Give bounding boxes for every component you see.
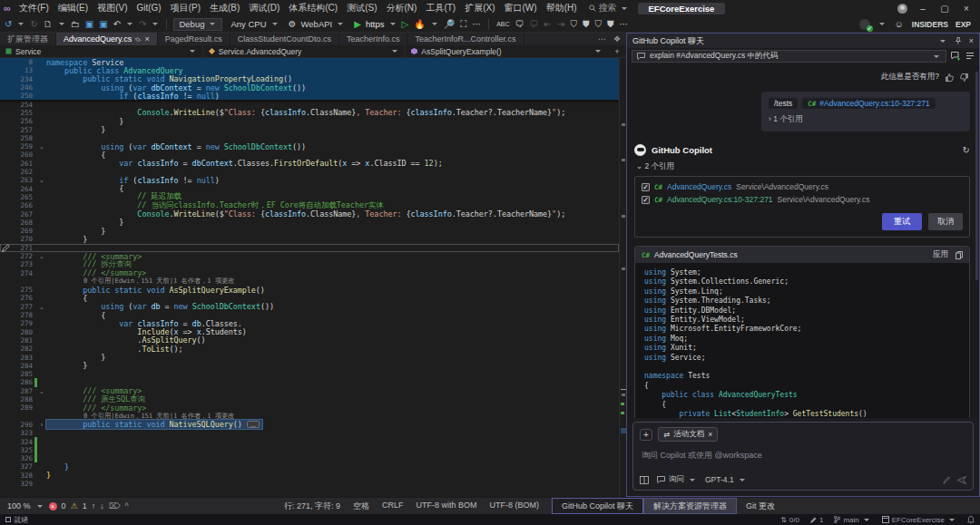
close-panel-icon[interactable]: × (969, 36, 974, 45)
minimize-button[interactable]: – (916, 4, 929, 14)
tab-overflow-icon[interactable]: ⋯ (598, 34, 606, 44)
code-editor[interactable]: 8namespace Service13 public class Advanc… (0, 58, 626, 497)
bookmark-clear-icon[interactable]: ⛊ (606, 19, 615, 30)
indent-increase-icon[interactable]: ⇥ (556, 19, 565, 29)
menu-item[interactable]: 分析(N) (382, 3, 422, 13)
status-segment[interactable]: UTF-8 with BOM (416, 501, 476, 512)
menu-item[interactable]: 窗口(W) (500, 3, 542, 13)
chevron-down-icon[interactable] (37, 505, 43, 508)
save-all-icon[interactable]: ▣ (98, 19, 108, 29)
copilot-status-icon[interactable] (859, 19, 870, 30)
feedback-icon[interactable]: ☺ (894, 19, 905, 29)
assistant-references-toggle[interactable]: ⌄ 2 个引用 (636, 161, 970, 172)
menu-item[interactable]: 文件(F) (15, 3, 54, 13)
tab-close-icon[interactable]: × (145, 34, 150, 44)
reference-checkbox[interactable]: ✓ (642, 183, 650, 191)
context-chip[interactable]: ⇄ 活动文档 × (658, 427, 718, 442)
new-chat-icon[interactable] (951, 52, 961, 61)
close-button[interactable]: × (960, 4, 973, 14)
next-issue-icon[interactable]: ↓ (100, 501, 104, 510)
open-in-editor-icon[interactable] (640, 476, 649, 484)
copy-icon[interactable] (956, 251, 963, 259)
chevron-down-icon[interactable] (390, 23, 396, 25)
reference-name[interactable]: AdvancedQuery.cs:10-327:271 (667, 195, 773, 204)
tool-window-tab[interactable]: GitHub Copilot 聊天 (552, 498, 643, 514)
chevron-down-icon[interactable] (879, 23, 885, 25)
prompt-history-dropdown[interactable]: explain #AdvancedQuery.cs 中的代码 (632, 50, 946, 63)
document-tab[interactable]: PagedResult.cs (158, 33, 230, 45)
cancel-button[interactable]: 取消 (928, 213, 963, 230)
bookmark-toggle-icon[interactable]: ⛉ (569, 19, 578, 30)
git-branch[interactable]: main (834, 516, 870, 524)
menu-item[interactable]: 帮助(H) (542, 3, 582, 13)
code-lines[interactable]: 254255 Console.WriteLine($"Class: {class… (0, 101, 619, 489)
menu-item[interactable]: 编辑(E) (54, 3, 93, 13)
chat-input-box[interactable]: + ⇄ 活动文档 × 询问 Copilot 或使用 @workspace 询问 … (632, 422, 974, 491)
user-avatar[interactable] (897, 4, 907, 14)
restore-button[interactable]: ▢ (938, 4, 951, 14)
mode-dropdown[interactable]: 询问 (657, 474, 697, 485)
prev-issue-icon[interactable]: ↑ (92, 501, 96, 510)
document-tab[interactable]: 扩展管理器 (0, 33, 56, 45)
navigate-forward-icon[interactable]: ↻ (29, 19, 38, 29)
menu-item[interactable]: 测试(S) (342, 3, 381, 13)
new-file-icon[interactable]: 🗋 (43, 19, 54, 29)
thumbs-up-icon[interactable] (946, 73, 954, 82)
menu-item[interactable]: 生成(B) (205, 3, 244, 13)
model-dropdown[interactable]: GPT-4.1 (705, 475, 747, 484)
insiders-badge[interactable]: INSIDERS (912, 20, 948, 29)
chat-input-placeholder[interactable]: 询问 Copilot 或使用 @workspace (642, 450, 966, 462)
save-icon[interactable]: ▣ (84, 19, 94, 29)
voice-input-icon[interactable] (943, 476, 950, 484)
expand-icon[interactable]: ^ (124, 501, 128, 510)
error-count[interactable]: 0 (62, 501, 66, 510)
collapsed-region-badge[interactable]: ... (247, 421, 260, 428)
code-block[interactable]: using System;using System.Collections.Ge… (635, 263, 969, 418)
fold-marker[interactable]: ⌄ (37, 252, 46, 260)
reference-row[interactable]: ✓C#AdvancedQuery.csService\AdvancedQuery… (642, 182, 963, 191)
menu-item[interactable]: 调试(D) (244, 3, 284, 13)
comment-icon[interactable]: 🗨 (514, 19, 525, 29)
document-tab[interactable]: ClassStudentCountDto.cs (230, 33, 339, 45)
regenerate-icon[interactable]: ↻ (963, 145, 970, 155)
sticky-scroll-header[interactable]: 8namespace Service13 public class Advanc… (0, 58, 619, 100)
navigate-back-icon[interactable]: ↺ (4, 19, 13, 29)
remove-context-icon[interactable]: × (708, 430, 712, 439)
chat-history[interactable]: 此信息是否有用? /tests C# #AdvancedQuery.cs:10-… (627, 64, 979, 418)
file-reference-chip[interactable]: C# #AdvancedQuery.cs:10-327:271 (802, 98, 935, 109)
undo-icon[interactable]: ↶ (113, 19, 122, 29)
send-icon[interactable] (957, 476, 966, 484)
fold-marker[interactable]: ⌄ (37, 176, 46, 184)
chat-options-icon[interactable] (965, 52, 975, 61)
status-segment[interactable]: 空格 (353, 501, 369, 512)
breadcrumb-project-dropdown[interactable]: Service (0, 45, 203, 57)
menu-item[interactable]: 扩展(X) (460, 3, 499, 13)
reference-name[interactable]: AdvancedQuery.cs (667, 182, 731, 191)
menu-item[interactable]: 体系结构(C) (284, 3, 342, 13)
editor-scrollbar[interactable] (619, 58, 626, 497)
sync-status[interactable]: ⇅0/0 (780, 516, 799, 524)
startup-project-dropdown[interactable]: WebAPI (301, 18, 350, 31)
experiments-badge[interactable]: EXP (956, 20, 971, 29)
chevron-down-icon[interactable] (432, 23, 437, 25)
chevron-down-icon[interactable] (18, 23, 24, 25)
status-segment[interactable]: 行: 271, 字符: 9 (284, 501, 340, 512)
bookmark-prev-icon[interactable]: ⛊ (582, 19, 591, 30)
open-file-icon[interactable]: 🗀 (70, 19, 81, 29)
repo-selector[interactable]: EFCoreExercise (882, 516, 956, 524)
spell-check-icon[interactable]: ABC (495, 21, 510, 27)
chevron-down-icon[interactable] (59, 23, 64, 25)
breadcrumb-type-dropdown[interactable]: Service.AdvancedQuery (203, 45, 407, 57)
slash-command-chip[interactable]: /tests (769, 98, 798, 109)
notifications[interactable] (967, 516, 975, 524)
run-target-label[interactable]: https (366, 19, 385, 29)
redo-icon[interactable]: ↷ (138, 19, 147, 29)
pin-icon[interactable]: ▱ (133, 34, 143, 44)
menu-item[interactable]: 工具(T) (421, 3, 460, 13)
document-tab[interactable]: TeacherInfo.cs (339, 33, 408, 45)
menu-item[interactable]: 视图(V) (93, 3, 132, 13)
document-tab[interactable]: AdvancedQuery.cs▱× (56, 33, 158, 45)
warning-count[interactable]: 1 (83, 501, 87, 510)
platform-dropdown[interactable]: Any CPU (226, 18, 283, 31)
split-window-icon[interactable]: + (608, 45, 626, 57)
